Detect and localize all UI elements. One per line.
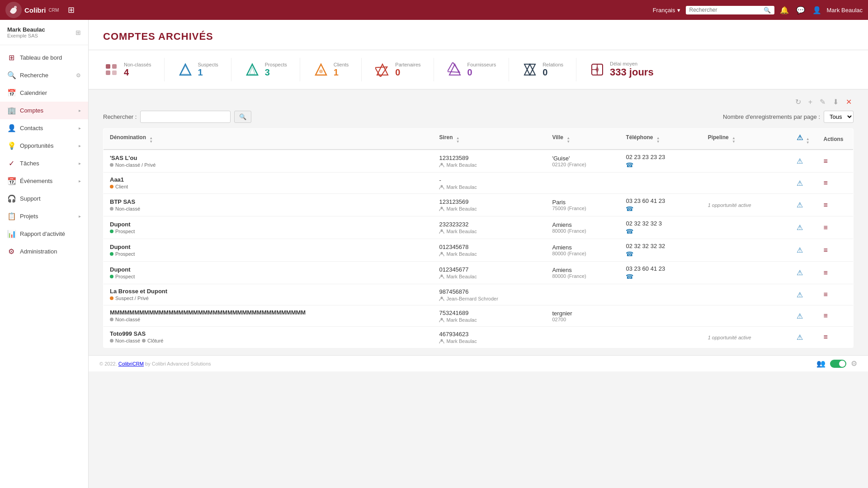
warning-icon[interactable]: ⚠: [797, 224, 803, 231]
row-actions-icon[interactable]: ≡: [824, 157, 828, 165]
warning-icon[interactable]: ⚠: [797, 246, 803, 254]
col-ville[interactable]: Ville ▲▼: [546, 129, 619, 150]
sidebar-item-taches[interactable]: ✓ Tâches ▸: [0, 155, 88, 172]
stat-fournisseurs[interactable]: Fournisseurs 0: [447, 58, 509, 81]
table-toolbar: ↻ + ✎ ⬇ ✕: [103, 97, 854, 107]
cell-denomination: Aaa1Client: [104, 173, 433, 194]
user-settings-icon[interactable]: 👤: [812, 6, 821, 14]
footer-settings-icon[interactable]: ⚙: [851, 359, 857, 368]
export-icon[interactable]: ⬇: [831, 97, 840, 107]
warning-icon[interactable]: ⚠: [797, 312, 803, 320]
edit-icon[interactable]: ✎: [818, 97, 827, 107]
row-actions-icon[interactable]: ≡: [824, 269, 828, 277]
sidebar-item-opportunites[interactable]: 💡 Opportunités ▸: [0, 137, 88, 155]
row-actions-icon[interactable]: ≡: [824, 312, 828, 319]
delete-icon[interactable]: ✕: [844, 97, 854, 107]
comptes-arrow-icon: ▸: [79, 108, 81, 113]
cell-ville: [546, 327, 619, 348]
col-denomination[interactable]: Dénomination ▲▼: [104, 129, 433, 150]
cell-pipeline: [702, 173, 790, 194]
stat-suspects[interactable]: Suspects 1: [177, 58, 231, 81]
table-search-input[interactable]: [140, 111, 231, 123]
app-logo[interactable]: Colibri CRM: [5, 2, 59, 18]
stat-relations-value: 0: [542, 67, 563, 78]
sidebar-item-tableau-label: Tableau de bord: [20, 54, 81, 61]
sidebar-item-comptes[interactable]: 🏢 Comptes ▸: [0, 102, 88, 119]
grid-menu-icon[interactable]: ⊞: [68, 5, 75, 15]
stat-partenaires[interactable]: Partenaires 0: [374, 58, 434, 81]
evenements-arrow-icon: ▸: [79, 178, 81, 183]
language-selector[interactable]: Français ▾: [653, 7, 680, 14]
add-icon[interactable]: +: [807, 97, 814, 107]
cell-denomination: DupontProspect: [104, 239, 433, 262]
warning-icon[interactable]: ⚠: [797, 291, 803, 299]
sidebar-item-contacts[interactable]: 👤 Contacts ▸: [0, 119, 88, 137]
warning-icon[interactable]: ⚠: [797, 157, 803, 165]
warning-sort: ▲▼: [806, 137, 810, 145]
stat-clients-label: Clients: [334, 62, 349, 67]
sidebar-item-support[interactable]: 🎧 Support: [0, 190, 88, 207]
search-bar[interactable]: 🔍: [686, 6, 774, 14]
col-warning[interactable]: ⚠ ▲▼: [790, 129, 817, 150]
stat-clients[interactable]: Clients 1: [313, 58, 362, 81]
refresh-icon[interactable]: ↻: [793, 97, 803, 107]
sidebar: Mark Beaulac Exemple SAS ⊞ ⊞ Tableau de …: [0, 20, 89, 488]
sidebar-item-calendrier-label: Calendrier: [20, 89, 81, 96]
warning-icon[interactable]: ⚠: [797, 269, 803, 277]
table-row: Toto999 SASNon-classé Clôturé467934623Ma…: [104, 327, 854, 348]
row-actions-icon[interactable]: ≡: [824, 291, 828, 298]
messages-icon[interactable]: 💬: [796, 6, 805, 14]
calendrier-icon: 📅: [7, 89, 15, 97]
sidebar-item-administration[interactable]: ⚙ Administration: [0, 243, 88, 260]
sidebar-nav: ⊞ Tableau de bord 🔍 Recherche ⚙ 📅 Calend…: [0, 45, 88, 488]
page-title: COMPTES ARCHIVÉS: [103, 31, 854, 42]
stat-non-classes[interactable]: Non-classés 4: [103, 58, 165, 81]
stat-relations[interactable]: Relations 0: [522, 58, 576, 81]
sidebar-item-recherche[interactable]: 🔍 Recherche ⚙: [0, 66, 88, 84]
cell-actions: ≡: [817, 305, 854, 327]
col-pipeline[interactable]: Pipeline ▲▼: [702, 129, 790, 150]
table-row: 'SAS L'ouNon-classé / Privé123123589Mark…: [104, 150, 854, 173]
col-siren[interactable]: Siren ▲▼: [433, 129, 546, 150]
stat-prospects[interactable]: Prospects 3: [244, 58, 300, 81]
row-actions-icon[interactable]: ≡: [824, 246, 828, 254]
footer-brand-link[interactable]: ColibriCRM: [118, 361, 144, 366]
footer-copy: © 2022. ColibriCRM by Colibri Advanced S…: [99, 361, 211, 366]
user-name-display[interactable]: Mark Beaulac: [827, 7, 863, 14]
recherche-settings-icon[interactable]: ⚙: [76, 72, 81, 79]
search-input[interactable]: [689, 7, 762, 13]
cell-warning: ⚠: [790, 216, 817, 239]
app-name: Colibri: [24, 6, 46, 14]
row-actions-icon[interactable]: ≡: [824, 179, 828, 187]
cell-telephone: 03 23 60 41 23☎: [619, 262, 701, 284]
row-actions-icon[interactable]: ≡: [824, 333, 828, 341]
cell-denomination: 'SAS L'ouNon-classé / Privé: [104, 150, 433, 173]
warning-icon[interactable]: ⚠: [797, 201, 803, 209]
notifications-icon[interactable]: 🔔: [780, 6, 789, 14]
cell-pipeline: [702, 305, 790, 327]
warning-icon[interactable]: ⚠: [797, 333, 803, 341]
row-actions-icon[interactable]: ≡: [824, 224, 828, 231]
user-profile-icon[interactable]: ⊞: [75, 29, 81, 36]
sidebar-item-projets[interactable]: 📋 Projets ▸: [0, 207, 88, 225]
page-header: COMPTES ARCHIVÉS: [89, 20, 868, 50]
stat-suspects-label: Suspects: [198, 62, 218, 67]
footer-toggle[interactable]: [830, 360, 846, 368]
sidebar-item-calendrier[interactable]: 📅 Calendrier: [0, 84, 88, 102]
row-actions-icon[interactable]: ≡: [824, 201, 828, 209]
search-icon[interactable]: 🔍: [764, 7, 771, 14]
table-search-button[interactable]: 🔍: [234, 111, 251, 123]
sidebar-item-evenements[interactable]: 📆 Événements ▸: [0, 172, 88, 190]
col-telephone[interactable]: Téléphone ▲▼: [619, 129, 701, 150]
stat-non-classes-label: Non-classés: [124, 62, 151, 67]
cell-telephone: [619, 284, 701, 305]
table-row: BTP SASNon-classé123123569Mark BeaulacPa…: [104, 194, 854, 216]
sidebar-item-rapport[interactable]: 📊 Rapport d'activité: [0, 225, 88, 243]
cell-telephone: 02 23 23 23 23☎: [619, 150, 701, 173]
sidebar-item-tableau[interactable]: ⊞ Tableau de bord: [0, 49, 88, 66]
cell-actions: ≡: [817, 284, 854, 305]
stat-partenaires-label: Partenaires: [395, 62, 420, 67]
stat-fournisseurs-value: 0: [467, 67, 496, 78]
warning-icon[interactable]: ⚠: [797, 179, 803, 187]
per-page-select[interactable]: Tous 10 25 50: [824, 111, 854, 123]
